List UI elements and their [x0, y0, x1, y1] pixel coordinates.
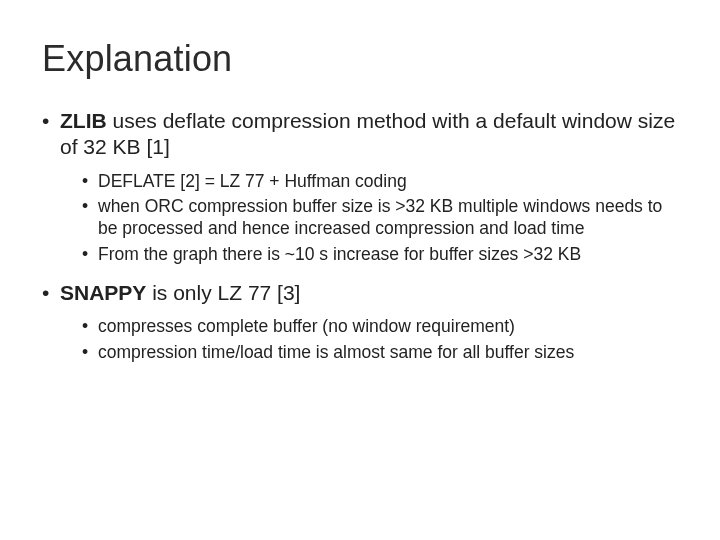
slide: Explanation ZLIB uses deflate compressio… — [0, 0, 720, 540]
sub-list-zlib: DEFLATE [2] = LZ 77 + Huffman coding whe… — [60, 171, 678, 267]
sub-list-snappy: compresses complete buffer (no window re… — [60, 316, 678, 364]
sub-item: From the graph there is ~10 s increase f… — [82, 244, 678, 266]
bullet-snappy: SNAPPY is only LZ 77 [3] compresses comp… — [42, 280, 678, 364]
bullet-list: ZLIB uses deflate compression method wit… — [42, 108, 678, 364]
bullet-text: uses deflate compression method with a d… — [60, 109, 675, 158]
slide-title: Explanation — [42, 38, 678, 80]
bullet-strong: ZLIB — [60, 109, 107, 132]
bullet-strong: SNAPPY — [60, 281, 146, 304]
sub-item: compresses complete buffer (no window re… — [82, 316, 678, 338]
sub-item: DEFLATE [2] = LZ 77 + Huffman coding — [82, 171, 678, 193]
sub-item: when ORC compression buffer size is >32 … — [82, 196, 678, 240]
bullet-text: is only LZ 77 [3] — [146, 281, 300, 304]
sub-item: compression time/load time is almost sam… — [82, 342, 678, 364]
bullet-zlib: ZLIB uses deflate compression method wit… — [42, 108, 678, 266]
